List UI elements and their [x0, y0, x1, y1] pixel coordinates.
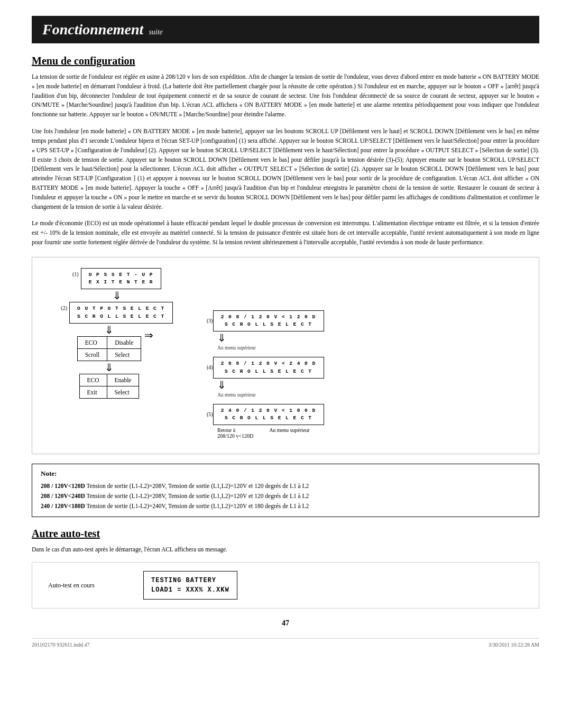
arrow-3-sublabel: ⇓ — [217, 331, 335, 344]
step-3-line2: S C R O L L S E L E C T — [225, 321, 312, 327]
paragraph-3: Le mode d'économie (ECO) est un mode opé… — [32, 219, 539, 247]
note-section: Note: 208 / 120V<120D Tension de sortie … — [32, 464, 539, 517]
note-line-2-rest: Tension de sortie (L1-L2)=208V, Tension … — [85, 493, 309, 499]
step-2-line2: S C R O L L S E L E C T — [77, 314, 165, 319]
step-4-sublabel: Au menu supérieur — [217, 392, 256, 398]
step-3-line1: 2 0 8 / 1 2 0 V < 1 2 0 D — [221, 314, 316, 320]
autotest-diagram: Auto-test en cours TESTING BATTERY LOAD1… — [32, 562, 539, 609]
section2-body: Dans le cas d'un auto-test après le déma… — [32, 545, 539, 555]
autotest-line2: LOAD1 = XXX% X.XKW — [151, 586, 229, 594]
arrow-1-2: ⇓ — [43, 289, 191, 302]
step-2-box: O U T P U T S E L E C T S C R O L L S E … — [69, 302, 173, 324]
note-title: Note: — [41, 469, 530, 478]
eco-cell-1-1: ECO — [78, 337, 107, 349]
step-5-line1: 2 4 0 / 1 2 0 V < 1 8 0 D — [221, 408, 316, 413]
footer-left: 201102170 932611.indd 47 — [32, 642, 90, 648]
right-item-5: (5) 2 4 0 / 1 2 0 V < 1 8 0 D S C R O L … — [207, 404, 324, 439]
page-number: 47 — [32, 619, 539, 628]
eco-cell-4-1: Exit — [80, 386, 107, 398]
note-lines: 208 / 120V<120D Tension de sortie (L1-L2… — [41, 481, 530, 511]
step-1-num: (1) — [72, 268, 79, 277]
step-5-line2: S C R O L L S E L E C T — [225, 415, 312, 421]
step-3-num: (3) — [207, 318, 213, 324]
step-5-retour-a: Retour à — [217, 427, 253, 433]
arrow-right-to-step3: ⇒ — [144, 329, 153, 342]
note-line-1-rest: Tension de sortie (L1-L2)=208V, Tension … — [85, 483, 309, 489]
step-1: (1) U P S S E T - U P E X I T E N T E R — [72, 268, 161, 290]
note-line-3-rest: Tension de sortie (L1-L2)=240V, Tension … — [85, 503, 309, 509]
section-autre-autotest: Autre auto-test Dans le cas d'un auto-te… — [32, 528, 539, 609]
arrow-4-sublabel: ⇓ — [217, 379, 335, 391]
note-line-1-bold: 208 / 120V<120D — [41, 483, 85, 489]
step-4-box: 2 0 8 / 1 2 0 V < 2 4 0 D S C R O L L S … — [213, 357, 324, 379]
eco-cell-2-1: Scroll — [78, 349, 107, 361]
step-1-box: U P S S E T - U P E X I T E N T E R — [81, 268, 161, 290]
eco-cell-2-2: Select — [107, 349, 141, 361]
step-2: (2) O U T P U T S E L E C T S C R O L L … — [61, 302, 172, 324]
page-subtitle: suite — [149, 28, 162, 36]
page-footer: 201102170 932611.indd 47 3/30/2011 10:22… — [32, 638, 539, 648]
eco-table-2: ECO Exit Enable Select — [79, 374, 140, 399]
step-3-box: 2 0 8 / 1 2 0 V < 1 2 0 D S C R O L L S … — [213, 310, 324, 332]
note-line-2-bold: 208 / 120V<240D — [41, 493, 85, 499]
step-4-num: (4) — [207, 364, 213, 370]
eco-table-1: ECO Scroll Disable Select — [77, 336, 142, 361]
eco-cell-1-2: Disable — [107, 337, 141, 349]
paragraph-1: La tension de sortie de l'onduleur est r… — [32, 72, 539, 119]
eco-cell-3-1: ECO — [80, 374, 107, 386]
note-line-3: 240 / 120V<180D Tension de sortie (L1-L2… — [41, 501, 530, 511]
autotest-line1: TESTING BATTERY — [151, 577, 216, 584]
eco-cell-4-2: Select — [107, 386, 139, 398]
autotest-label: Auto-test en cours — [48, 582, 122, 589]
eco-cell-3-2: Enable — [107, 374, 139, 386]
note-line-3-bold: 240 / 120V<180D — [41, 503, 85, 509]
note-line-1: 208 / 120V<120D Tension de sortie (L1-L2… — [41, 481, 530, 491]
step-5-sublabel-right: Au menu supérieur — [269, 427, 310, 433]
step-1-line2: E X I T E N T E R — [89, 279, 153, 285]
step-2-line1: O U T P U T S E L E C T — [77, 306, 165, 311]
autotest-box: TESTING BATTERY LOAD1 = XXX% X.XKW — [143, 571, 237, 600]
step-5-num: (5) — [207, 411, 213, 417]
right-flow: (3) 2 0 8 / 1 2 0 V < 1 2 0 D S C R O L … — [207, 310, 324, 444]
right-item-3: (3) 2 0 8 / 1 2 0 V < 1 2 0 D S C R O L … — [207, 310, 324, 351]
section1-title: Menu de configuration — [32, 55, 539, 67]
step-5-value: 208/120 v<120D — [217, 433, 253, 439]
section2-title: Autre auto-test — [32, 528, 539, 540]
section-menu-configuration: Menu de configuration La tension de sort… — [32, 55, 539, 247]
step-2-num: (2) — [61, 302, 67, 311]
step-4-line2: S C R O L L S E L E C T — [225, 368, 312, 374]
arrow-eco1-eco2: ⇓ — [77, 361, 142, 374]
page-title: Fonctionnement — [42, 21, 143, 38]
arrow-2-eco: ⇓ — [77, 324, 142, 336]
step-3-sublabel: Au menu supérieur — [217, 345, 256, 351]
step-1-line1: U P S S E T - U P — [89, 272, 153, 278]
step-5-box: 2 4 0 / 1 2 0 V < 1 8 0 D S C R O L L S … — [213, 404, 324, 426]
paragraph-2: Une fois l'onduleur [en mode batterie] «… — [32, 127, 539, 211]
step-5-sublabel-left: Retour à 208/120 v<120D — [217, 427, 253, 439]
note-line-2: 208 / 120V<240D Tension de sortie (L1-L2… — [41, 491, 530, 501]
main-flow: (1) U P S S E T - U P E X I T E N T E R … — [43, 268, 191, 399]
page-header: Fonctionnement suite — [32, 16, 539, 43]
configuration-diagram: (1) U P S S E T - U P E X I T E N T E R … — [32, 257, 539, 455]
footer-right: 3/30/2011 10:22:28 AM — [489, 642, 539, 648]
right-item-4: (4) 2 0 8 / 1 2 0 V < 2 4 0 D S C R O L … — [207, 357, 324, 398]
step-4-line1: 2 0 8 / 1 2 0 V < 2 4 0 D — [221, 361, 316, 366]
